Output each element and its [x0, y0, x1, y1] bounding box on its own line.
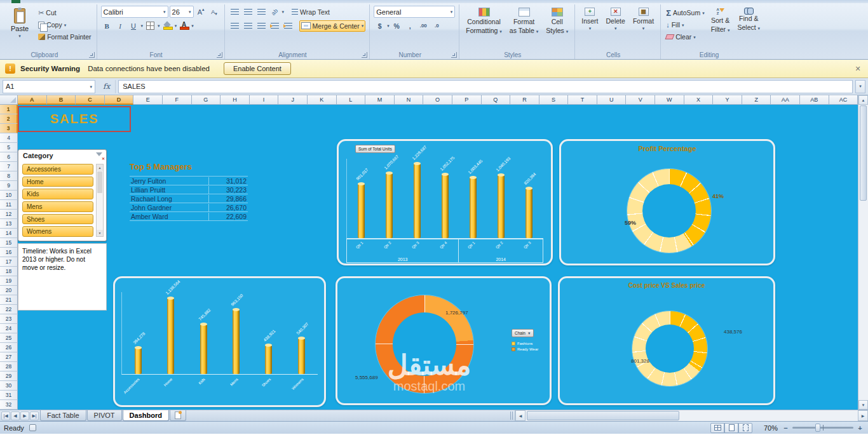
- clipboard-dialog-launcher[interactable]: [89, 52, 95, 58]
- previous-sheet-button[interactable]: ◀: [11, 412, 20, 420]
- row-header-22[interactable]: 22: [0, 305, 18, 314]
- column-header-M[interactable]: M: [365, 95, 395, 105]
- cell-styles-button[interactable]: Cell Styles ▾: [543, 6, 571, 49]
- increase-font-size-button[interactable]: A▴: [195, 6, 207, 18]
- clear-button[interactable]: Clear▾: [665, 31, 706, 43]
- macro-record-icon[interactable]: [29, 424, 36, 431]
- sales-title-cell[interactable]: SALES: [18, 106, 131, 132]
- row-header-13[interactable]: 13: [0, 219, 18, 229]
- row-header-26[interactable]: 26: [0, 343, 18, 352]
- scroll-down-button[interactable]: ▼: [858, 400, 868, 410]
- conditional-formatting-button[interactable]: Conditional Formatting ▾: [463, 6, 505, 49]
- row-header-18[interactable]: 18: [0, 267, 18, 276]
- align-left-button[interactable]: [229, 20, 241, 32]
- underline-button[interactable]: U: [128, 20, 140, 32]
- horizontal-scrollbar-track[interactable]: [526, 410, 858, 421]
- clear-filter-icon[interactable]: [96, 152, 104, 159]
- row-header-24[interactable]: 24: [0, 324, 18, 333]
- borders-button[interactable]: [144, 20, 156, 32]
- column-header-E[interactable]: E: [133, 95, 163, 105]
- column-header-Z[interactable]: Z: [742, 95, 771, 105]
- insert-cells-button[interactable]: + Insert ▾: [579, 6, 600, 49]
- slicer-item-accessories[interactable]: Accessories: [22, 164, 93, 175]
- last-sheet-button[interactable]: ▶|: [30, 412, 39, 420]
- slicer-scrollbar-thumb[interactable]: [97, 171, 102, 193]
- insert-function-button[interactable]: fx: [98, 80, 116, 93]
- column-header-AB[interactable]: AB: [800, 95, 829, 105]
- font-color-button[interactable]: A: [178, 20, 190, 32]
- fill-button[interactable]: ↓Fill▾: [665, 19, 706, 30]
- row-header-15[interactable]: 15: [0, 238, 18, 248]
- align-top-button[interactable]: [229, 6, 241, 18]
- column-header-Q[interactable]: Q: [482, 95, 511, 105]
- row-header-2[interactable]: 2: [0, 114, 18, 124]
- row-header-12[interactable]: 12: [0, 210, 18, 219]
- column-header-B[interactable]: B: [47, 95, 76, 105]
- paste-button[interactable]: Paste ▾: [5, 6, 34, 49]
- column-header-W[interactable]: W: [655, 95, 684, 105]
- column-header-G[interactable]: G: [192, 95, 221, 105]
- slicer-item-mens[interactable]: Mens: [22, 201, 93, 212]
- scroll-right-button[interactable]: ▶: [858, 410, 868, 421]
- row-header-31[interactable]: 31: [0, 391, 18, 400]
- sort-filter-button[interactable]: AZ Sort & Filter ▾: [709, 6, 733, 49]
- increase-indent-button[interactable]: [282, 20, 294, 32]
- column-header-N[interactable]: N: [395, 95, 424, 105]
- fill-color-button[interactable]: [161, 20, 173, 32]
- column-header-S[interactable]: S: [539, 95, 569, 105]
- column-header-K[interactable]: K: [308, 95, 337, 105]
- next-sheet-button[interactable]: ▶: [20, 412, 29, 420]
- row-header-8[interactable]: 8: [0, 171, 18, 181]
- find-select-button[interactable]: Find & Select ▾: [735, 6, 763, 49]
- wrap-text-button[interactable]: Wrap Text: [290, 6, 331, 18]
- scroll-up-icon[interactable]: ▲: [97, 164, 103, 171]
- column-header-Y[interactable]: Y: [713, 95, 742, 105]
- percent-style-button[interactable]: %: [391, 20, 403, 32]
- scroll-left-button[interactable]: ◀: [515, 410, 526, 421]
- column-header-I[interactable]: I: [250, 95, 279, 105]
- column-header-D[interactable]: D: [105, 95, 134, 105]
- increase-decimal-button[interactable]: .00: [417, 20, 430, 32]
- column-header-T[interactable]: T: [568, 95, 597, 105]
- column-header-X[interactable]: X: [684, 95, 714, 105]
- column-header-V[interactable]: V: [626, 95, 655, 105]
- row-header-10[interactable]: 10: [0, 191, 18, 200]
- column-header-AC[interactable]: AC: [829, 95, 858, 105]
- column-header-P[interactable]: P: [452, 95, 482, 105]
- align-middle-button[interactable]: [242, 6, 254, 18]
- row-header-11[interactable]: 11: [0, 200, 18, 210]
- row-header-16[interactable]: 16: [0, 248, 18, 257]
- slicer-item-home[interactable]: Home: [22, 177, 93, 187]
- delete-cells-button[interactable]: ✕ Delete ▾: [604, 6, 628, 49]
- expand-formula-bar-button[interactable]: ▾: [855, 80, 865, 93]
- row-header-20[interactable]: 20: [0, 286, 18, 295]
- format-painter-button[interactable]: Format Painter: [37, 31, 92, 43]
- row-header-25[interactable]: 25: [0, 333, 18, 343]
- decrease-decimal-button[interactable]: .0: [431, 20, 443, 32]
- format-cells-button[interactable]: ▦ Format ▾: [630, 6, 656, 49]
- row-header-27[interactable]: 27: [0, 352, 18, 362]
- first-sheet-button[interactable]: |◀: [1, 412, 10, 420]
- column-header-F[interactable]: F: [163, 95, 192, 105]
- zoom-in-button[interactable]: +: [856, 424, 864, 432]
- worksheet-canvas[interactable]: SALES Category AccessoriesHomeKidsMensSh…: [18, 105, 858, 410]
- column-header-J[interactable]: J: [278, 95, 308, 105]
- close-message-bar-icon[interactable]: ✕: [853, 65, 863, 73]
- comma-style-button[interactable]: ,: [404, 20, 416, 32]
- chart-total-units[interactable]: Sum of Total Units 901,0171,070,6671,229…: [337, 139, 553, 265]
- font-size-combobox[interactable]: 26▾: [170, 6, 194, 18]
- scroll-down-icon[interactable]: ▼: [97, 230, 103, 236]
- column-header-O[interactable]: O: [423, 95, 452, 105]
- column-header-L[interactable]: L: [337, 95, 366, 105]
- column-header-AA[interactable]: AA: [771, 95, 800, 105]
- chart-category-sales[interactable]: 394,2781,138,564745,882963,150438,921540…: [113, 276, 326, 407]
- cut-button[interactable]: ✂Cut: [37, 7, 92, 18]
- slicer-item-kids[interactable]: Kids: [22, 189, 93, 199]
- row-header-3[interactable]: 3: [0, 124, 18, 133]
- row-header-30[interactable]: 30: [0, 381, 18, 391]
- row-header-19[interactable]: 19: [0, 276, 18, 286]
- chart-chain-sales[interactable]: 1,726,797 5,555,689 Chain▾ FashionsReady…: [336, 276, 552, 405]
- row-header-7[interactable]: 7: [0, 162, 18, 171]
- copy-button[interactable]: Copy▾: [37, 19, 92, 30]
- number-format-combobox[interactable]: General▾: [374, 6, 455, 18]
